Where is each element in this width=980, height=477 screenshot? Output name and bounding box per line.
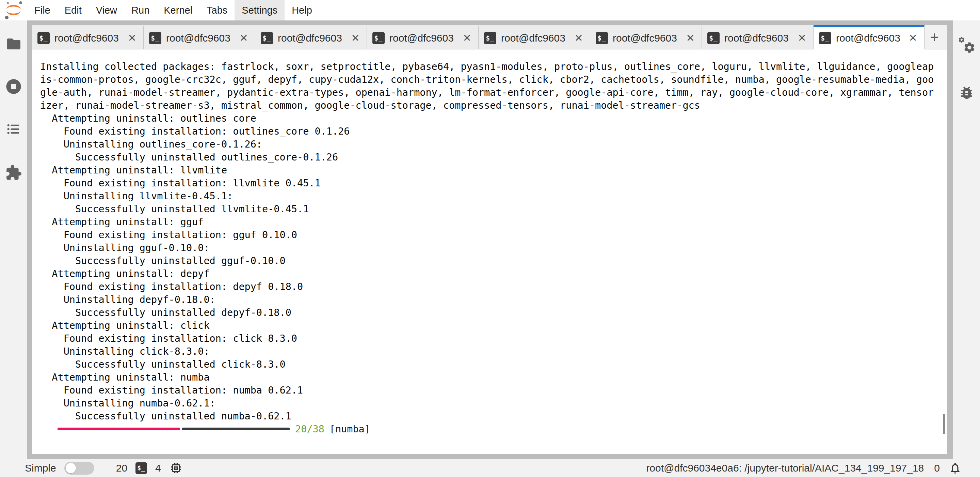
close-icon[interactable]: ✕ (126, 32, 138, 44)
simple-mode-control: Simple (25, 462, 94, 475)
close-icon[interactable]: ✕ (461, 32, 473, 44)
menu-help[interactable]: Help (285, 0, 319, 21)
terminal-icon: $_ (819, 32, 831, 44)
menubar: File Edit View Run Kernel Tabs Settings … (0, 0, 980, 21)
terminal-tab-8-active[interactable]: $_ root@dfc9603 ✕ (813, 25, 924, 49)
terminal-icon: $_ (484, 32, 496, 44)
terminal-icon: $_ (372, 32, 385, 44)
terminal-icon: $_ (149, 32, 161, 44)
new-tab-button[interactable]: + (924, 27, 944, 47)
running-kernels-stop-circle-icon[interactable] (0, 78, 27, 96)
simple-mode-label: Simple (25, 463, 56, 474)
terminal-output-line: Attempting uninstall: outlines_core (40, 112, 943, 125)
notifications-count: 0 (934, 463, 940, 474)
menu-kernel[interactable]: Kernel (157, 0, 199, 21)
terminal-output-area[interactable]: Installing collected packages: fastrlock… (32, 49, 947, 454)
terminal-output-line: Attempting uninstall: gguf (40, 216, 943, 229)
terminal-output-line: Uninstalling depyf-0.18.0: (40, 294, 943, 306)
terminal-icon: $_ (261, 32, 273, 44)
terminal-tab-4[interactable]: $_ root@dfc9603 ✕ (367, 25, 479, 49)
toggle-knob (66, 463, 76, 473)
terminal-output-line: is-common-protos, google-crc32c, gguf, d… (40, 73, 943, 86)
progress-bar-remaining (182, 428, 290, 430)
tab-label: root@dfc9603 (278, 32, 347, 44)
menu-settings[interactable]: Settings (234, 0, 285, 21)
menu-edit[interactable]: Edit (57, 0, 89, 21)
menu-tabs[interactable]: Tabs (199, 0, 234, 21)
tab-label: root@dfc9603 (836, 32, 904, 44)
terminal-output-line: Attempting uninstall: depyf (40, 268, 943, 281)
terminal-output-line: gle-auth, runai-model-streamer, pydantic… (40, 86, 943, 99)
terminal-tab-5[interactable]: $_ root@dfc9603 ✕ (479, 25, 590, 49)
terminal-output-line: Uninstalling outlines_core-0.1.26: (40, 138, 943, 151)
terminal-output-line: Attempting uninstall: click (40, 319, 943, 332)
terminal-output-line: Successfully uninstalled outlines_core-0… (40, 151, 943, 164)
dock-panel: $_ root@dfc9603 ✕ $_ root@dfc9603 ✕ $_ r… (32, 25, 947, 454)
terminal-tabbar: $_ root@dfc9603 ✕ $_ root@dfc9603 ✕ $_ r… (32, 25, 947, 49)
terminal-output-line: Successfully uninstalled llvmlite-0.45.1 (40, 203, 943, 216)
jupyter-logo-icon (0, 0, 27, 21)
tab-label: root@dfc9603 (613, 32, 682, 44)
terminal-output-line: Found existing installation: numba 0.62.… (40, 384, 943, 397)
terminal-icon: $_ (135, 463, 147, 474)
notifications-bell-icon[interactable] (949, 462, 962, 475)
extension-manager-puzzle-icon[interactable] (0, 164, 27, 181)
kernels-count: 4 (155, 463, 161, 474)
tab-label: root@dfc9603 (166, 32, 235, 44)
close-icon[interactable]: ✕ (796, 32, 808, 44)
statusbar: Simple 20 $_ 4 root@dfc96034e0a6: /jupyt… (0, 459, 980, 477)
terminal-output-line: Installing collected packages: fastrlock… (40, 60, 943, 73)
terminal-output-line: Successfully uninstalled numba-0.62.1 (40, 410, 943, 423)
debugger-bug-icon[interactable] (953, 85, 980, 101)
menu-file[interactable]: File (27, 0, 57, 21)
right-sidebar (953, 21, 980, 459)
tab-label: root@dfc9603 (54, 32, 124, 44)
table-of-contents-list-icon[interactable] (0, 121, 27, 137)
terminal-output-line: izer, runai-model-streamer-s3, mistral_c… (40, 99, 943, 112)
terminal-tab-6[interactable]: $_ root@dfc9603 ✕ (590, 25, 702, 49)
terminal-output: Installing collected packages: fastrlock… (40, 60, 943, 436)
close-icon[interactable]: ✕ (573, 32, 584, 44)
terminal-tab-1[interactable]: $_ root@dfc9603 ✕ (32, 25, 144, 49)
terminal-output-line: Successfully uninstalled depyf-0.18.0 (40, 306, 943, 319)
terminal-output-line: Found existing installation: click 8.3.0 (40, 332, 943, 345)
close-icon[interactable]: ✕ (907, 32, 919, 44)
menu-run[interactable]: Run (124, 0, 157, 21)
tab-label: root@dfc9603 (501, 32, 570, 44)
simple-mode-toggle[interactable] (64, 462, 94, 475)
terminal-output-line: Uninstalling gguf-0.10.0: (40, 242, 943, 255)
terminal-output-line: Found existing installation: llvmlite 0.… (40, 177, 943, 190)
statusbar-right: root@dfc96034e0a6: /jupyter-tutorial/AIA… (646, 462, 962, 475)
terminal-output-line: Attempting uninstall: numba (40, 371, 943, 384)
tabbar-filler: + (924, 25, 947, 49)
terminal-icon: $_ (37, 32, 50, 44)
dock-panel-frame: $_ root@dfc9603 ✕ $_ root@dfc9603 ✕ $_ r… (27, 21, 953, 459)
terminal-output-line: Uninstalling llvmlite-0.45.1: (40, 190, 943, 203)
file-browser-folder-icon[interactable] (0, 36, 27, 52)
progress-bar-completed (57, 428, 180, 430)
kernel-chip-icon (169, 461, 183, 475)
tab-label: root@dfc9603 (390, 32, 458, 44)
property-inspector-gears-icon[interactable] (953, 35, 980, 55)
progress-counter: 20/38 (295, 423, 325, 435)
left-sidebar (0, 21, 27, 459)
terminal-tab-7[interactable]: $_ root@dfc9603 ✕ (702, 25, 813, 49)
terminal-icon: $_ (707, 32, 720, 44)
close-icon[interactable]: ✕ (238, 32, 250, 44)
terminal-icon: $_ (596, 32, 608, 44)
tab-label: root@dfc9603 (724, 32, 794, 44)
terminal-tab-3[interactable]: $_ root@dfc9603 ✕ (255, 25, 367, 49)
kernels-terminals-status[interactable]: 20 $_ 4 (116, 461, 183, 475)
pip-progress-line: 20/38[numba] (40, 423, 943, 436)
menu-view[interactable]: View (89, 0, 124, 21)
terminal-tab-2[interactable]: $_ root@dfc9603 ✕ (144, 25, 255, 49)
terminal-output-line: Found existing installation: depyf 0.18.… (40, 281, 943, 294)
terminal-output-line: Attempting uninstall: llvmlite (40, 164, 943, 177)
session-path-label: root@dfc96034e0a6: /jupyter-tutorial/AIA… (646, 463, 924, 474)
terminal-scrollbar-thumb[interactable] (943, 414, 945, 434)
terminal-output-line: Found existing installation: gguf 0.10.0 (40, 229, 943, 242)
close-icon[interactable]: ✕ (350, 32, 361, 44)
terminals-count: 20 (116, 463, 127, 474)
close-icon[interactable]: ✕ (684, 32, 696, 44)
terminal-output-line: Successfully uninstalled click-8.3.0 (40, 358, 943, 371)
